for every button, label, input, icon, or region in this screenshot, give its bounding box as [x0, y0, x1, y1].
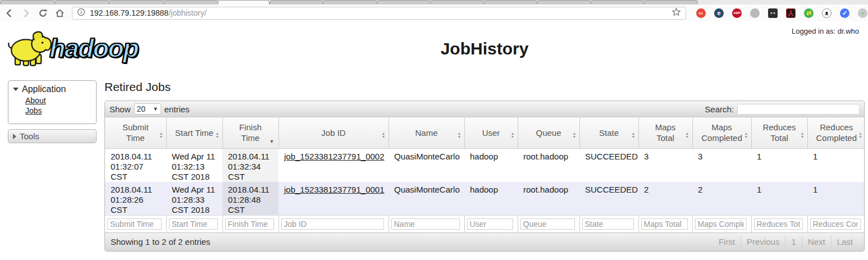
filter-input-name[interactable]: [391, 218, 460, 230]
extension-icon-infinity[interactable]: ∞: [696, 8, 706, 18]
extension-icon-cat[interactable]: ᴥ: [822, 8, 832, 18]
sidebar-item-jobs[interactable]: Jobs: [25, 106, 92, 116]
hadoop-elephant-icon: [6, 28, 54, 67]
browser-tab[interactable]: [644, 0, 698, 4]
filter-input-maps-total[interactable]: [641, 218, 688, 230]
column-label: State: [599, 127, 619, 138]
filter-input-reduces-total[interactable]: [754, 218, 803, 230]
page-btn-last[interactable]: Last: [831, 235, 858, 248]
back-button[interactable]: [1, 6, 17, 20]
column-label: Job ID: [321, 127, 345, 138]
filter-cell: [579, 215, 638, 232]
cell-submit-time: 2018.04.11 01:28:26 CST: [105, 182, 166, 216]
job-id-link[interactable]: job_1523381237791_0001: [284, 185, 385, 194]
cell-state: SUCCEEDED: [579, 182, 638, 216]
extension-icon-sphere[interactable]: [750, 8, 760, 18]
filter-cell: [638, 215, 692, 232]
sort-icon: ▲▼: [216, 132, 220, 139]
cell-reduces-total: 1: [751, 182, 807, 216]
bookmark-star-icon[interactable]: [671, 7, 681, 19]
browser-tab[interactable]: [537, 0, 591, 4]
browser-tab[interactable]: [54, 0, 109, 4]
browser-tab[interactable]: [163, 0, 218, 4]
page-info-icon[interactable]: [77, 8, 85, 19]
filter-cell: [807, 215, 865, 232]
browser-tab[interactable]: [0, 0, 55, 4]
cell-start-time: Wed Apr 11 01:28:33 CST 2018: [166, 182, 222, 216]
search-input[interactable]: [737, 104, 860, 115]
browser-tab-strip: [0, 0, 868, 4]
column-header-finish-time[interactable]: Finish Time▼: [222, 117, 278, 148]
address-bar[interactable]: 192.168.79.129:19888/jobhistory/: [72, 7, 686, 20]
page-btn-previous[interactable]: Previous: [741, 235, 785, 248]
browser-tab[interactable]: [591, 0, 645, 4]
page-length-control: Show 20 ▼ entries: [109, 103, 190, 115]
extension-icon-acrobat[interactable]: 人: [786, 8, 796, 18]
filter-cell: [692, 215, 751, 232]
filter-input-queue[interactable]: [520, 218, 575, 230]
active-tab[interactable]: [218, 0, 269, 4]
profile-avatar-icon[interactable]: ●: [858, 8, 867, 18]
job-id-link[interactable]: job_1523381237791_0002: [284, 152, 385, 161]
column-header-start-time[interactable]: Start Time▲▼: [166, 117, 222, 148]
application-nav-panel: Application About Jobs: [8, 80, 97, 124]
filter-cell: [278, 215, 389, 232]
extension-bar: ∞eABP● ●人⇄ᴥ✓●: [696, 8, 867, 18]
nav-application[interactable]: Application: [13, 83, 92, 95]
filter-input-submit-time[interactable]: [107, 218, 162, 230]
filter-input-maps-completed[interactable]: [695, 218, 747, 230]
filter-input-reduces-completed[interactable]: [810, 218, 861, 230]
column-label: Maps Completed: [701, 122, 743, 143]
url-text: 192.168.79.129:19888/jobhistory/: [90, 8, 671, 17]
sidebar-item-about[interactable]: About: [25, 95, 92, 106]
column-header-submit-time[interactable]: Submit Time▲▼: [105, 117, 166, 148]
browser-tab[interactable]: [377, 0, 431, 4]
column-header-reduces-total[interactable]: Reduces Total▲▼: [751, 117, 807, 148]
jobs-datatable: Show 20 ▼ entries Search:: [104, 101, 865, 252]
column-header-job-id[interactable]: Job ID▲▼: [278, 117, 389, 148]
filter-input-start-time[interactable]: [169, 218, 218, 230]
nav-tools[interactable]: Tools: [8, 129, 97, 143]
collapse-arrow-icon: [13, 88, 19, 91]
browser-tab[interactable]: [483, 0, 537, 4]
extension-icon-abp[interactable]: ABP: [732, 8, 742, 18]
column-header-user[interactable]: User▲▼: [464, 117, 518, 148]
page-length-select[interactable]: 20 ▼: [134, 103, 161, 115]
column-header-reduces-completed[interactable]: Reduces Completed▲▼: [807, 117, 865, 148]
browser-tab[interactable]: [323, 0, 377, 4]
column-header-name[interactable]: Name▲▼: [389, 117, 464, 148]
browser-tab[interactable]: [430, 0, 484, 4]
page-btn-first[interactable]: First: [713, 235, 741, 248]
filter-input-job-id[interactable]: [281, 218, 384, 230]
filter-input-state[interactable]: [582, 218, 634, 230]
filter-input-user[interactable]: [467, 218, 513, 230]
browser-tab[interactable]: [109, 0, 164, 4]
column-header-maps-total[interactable]: Maps Total▲▼: [638, 117, 692, 148]
filter-cell: [751, 215, 807, 232]
refresh-button[interactable]: [35, 6, 51, 20]
column-label: Reduces Completed: [816, 122, 857, 143]
filter-input-finish-time[interactable]: [225, 218, 274, 230]
filter-cell: [166, 215, 222, 232]
sort-icon: ▲▼: [632, 132, 636, 139]
column-header-queue[interactable]: Queue▲▼: [518, 117, 579, 148]
page-btn-next[interactable]: Next: [802, 235, 831, 248]
column-header-state[interactable]: State▲▼: [579, 117, 638, 148]
extension-icon-e[interactable]: e: [714, 8, 724, 18]
extension-icon-two-dots[interactable]: ● ●: [768, 8, 778, 18]
column-label: Name: [415, 127, 437, 138]
show-label: Show: [109, 104, 131, 114]
forward-button[interactable]: [18, 6, 34, 20]
column-header-maps-completed[interactable]: Maps Completed▲▼: [692, 117, 751, 148]
browser-tab[interactable]: [269, 0, 323, 4]
column-label: Submit Time: [113, 122, 158, 143]
extension-icon-sync[interactable]: ⇄: [804, 8, 814, 18]
page-btn-1[interactable]: 1: [785, 235, 801, 248]
sort-icon: ▲▼: [458, 132, 462, 139]
extension-icon-check[interactable]: ✓: [840, 8, 849, 18]
home-button[interactable]: [52, 6, 67, 20]
cell-start-time: Wed Apr 11 01:32:13 CST 2018: [166, 148, 222, 182]
sort-icon: ▲▼: [573, 132, 577, 139]
sort-icon: ▲▼: [511, 132, 515, 139]
cell-maps-completed: 3: [692, 148, 751, 182]
